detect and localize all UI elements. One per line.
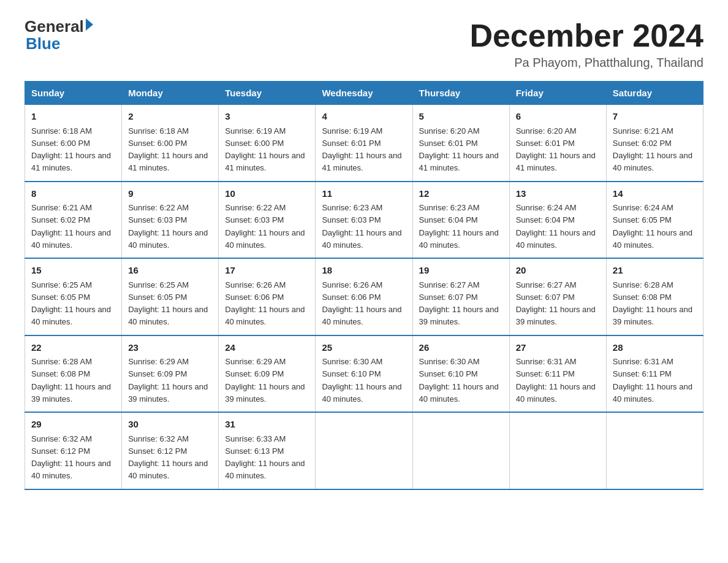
day-info: Sunrise: 6:22 AMSunset: 6:03 PMDaylight:… (128, 203, 208, 250)
header-tuesday: Tuesday (219, 82, 316, 105)
day-number: 27 (516, 341, 600, 355)
calendar-week-row: 1Sunrise: 6:18 AMSunset: 6:00 PMDaylight… (25, 105, 703, 182)
day-number: 3 (225, 110, 309, 124)
day-info: Sunrise: 6:22 AMSunset: 6:03 PMDaylight:… (225, 203, 305, 250)
calendar-cell: 29Sunrise: 6:32 AMSunset: 6:12 PMDayligh… (25, 412, 122, 489)
day-info: Sunrise: 6:23 AMSunset: 6:03 PMDaylight:… (322, 203, 401, 250)
day-info: Sunrise: 6:23 AMSunset: 6:04 PMDaylight:… (419, 203, 499, 250)
day-info: Sunrise: 6:25 AMSunset: 6:05 PMDaylight:… (31, 280, 111, 327)
day-number: 19 (419, 264, 503, 278)
day-number: 1 (31, 110, 115, 124)
day-info: Sunrise: 6:20 AMSunset: 6:01 PMDaylight:… (516, 126, 596, 173)
day-info: Sunrise: 6:30 AMSunset: 6:10 PMDaylight:… (322, 357, 401, 404)
calendar-cell: 4Sunrise: 6:19 AMSunset: 6:01 PMDaylight… (316, 105, 412, 182)
calendar-cell: 8Sunrise: 6:21 AMSunset: 6:02 PMDaylight… (25, 182, 122, 259)
day-info: Sunrise: 6:28 AMSunset: 6:08 PMDaylight:… (31, 357, 111, 404)
calendar-cell: 18Sunrise: 6:26 AMSunset: 6:06 PMDayligh… (316, 258, 412, 335)
calendar-cell: 16Sunrise: 6:25 AMSunset: 6:05 PMDayligh… (122, 258, 219, 335)
day-number: 22 (31, 341, 115, 355)
location-label: Pa Phayom, Phatthalung, Thailand (469, 56, 703, 70)
day-info: Sunrise: 6:18 AMSunset: 6:00 PMDaylight:… (31, 126, 111, 173)
day-number: 20 (516, 264, 600, 278)
day-info: Sunrise: 6:24 AMSunset: 6:05 PMDaylight:… (613, 203, 692, 250)
header-saturday: Saturday (606, 82, 703, 105)
calendar-cell (412, 412, 509, 489)
calendar-cell: 31Sunrise: 6:33 AMSunset: 6:13 PMDayligh… (219, 412, 316, 489)
day-info: Sunrise: 6:18 AMSunset: 6:00 PMDaylight:… (128, 126, 208, 173)
calendar-cell: 9Sunrise: 6:22 AMSunset: 6:03 PMDaylight… (122, 182, 219, 259)
day-number: 9 (128, 187, 212, 201)
day-info: Sunrise: 6:30 AMSunset: 6:10 PMDaylight:… (419, 357, 499, 404)
day-number: 28 (613, 341, 697, 355)
day-info: Sunrise: 6:31 AMSunset: 6:11 PMDaylight:… (516, 357, 596, 404)
day-number: 23 (128, 341, 212, 355)
month-title: December 2024 (469, 18, 703, 53)
day-info: Sunrise: 6:29 AMSunset: 6:09 PMDaylight:… (225, 357, 305, 404)
day-number: 5 (419, 110, 503, 124)
calendar-table: SundayMondayTuesdayWednesdayThursdayFrid… (25, 81, 703, 490)
day-number: 21 (613, 264, 697, 278)
calendar-cell (316, 412, 412, 489)
day-number: 13 (516, 187, 600, 201)
calendar-cell: 3Sunrise: 6:19 AMSunset: 6:00 PMDaylight… (219, 105, 316, 182)
day-number: 11 (322, 187, 406, 201)
day-info: Sunrise: 6:33 AMSunset: 6:13 PMDaylight:… (225, 434, 305, 481)
header-monday: Monday (122, 82, 219, 105)
calendar-week-row: 8Sunrise: 6:21 AMSunset: 6:02 PMDaylight… (25, 182, 703, 259)
calendar-cell: 7Sunrise: 6:21 AMSunset: 6:02 PMDaylight… (606, 105, 703, 182)
calendar-cell: 2Sunrise: 6:18 AMSunset: 6:00 PMDaylight… (122, 105, 219, 182)
day-number: 6 (516, 110, 600, 124)
header-wednesday: Wednesday (316, 82, 412, 105)
day-number: 12 (419, 187, 503, 201)
day-info: Sunrise: 6:28 AMSunset: 6:08 PMDaylight:… (613, 280, 692, 327)
day-number: 26 (419, 341, 503, 355)
calendar-cell: 1Sunrise: 6:18 AMSunset: 6:00 PMDaylight… (25, 105, 122, 182)
header-thursday: Thursday (412, 82, 509, 105)
day-info: Sunrise: 6:19 AMSunset: 6:00 PMDaylight:… (225, 126, 305, 173)
calendar-cell: 22Sunrise: 6:28 AMSunset: 6:08 PMDayligh… (25, 335, 122, 413)
day-number: 25 (322, 341, 406, 355)
calendar-cell: 25Sunrise: 6:30 AMSunset: 6:10 PMDayligh… (316, 335, 412, 413)
day-number: 7 (613, 110, 697, 124)
day-info: Sunrise: 6:31 AMSunset: 6:11 PMDaylight:… (613, 357, 692, 404)
calendar-cell: 17Sunrise: 6:26 AMSunset: 6:06 PMDayligh… (219, 258, 316, 335)
day-number: 2 (128, 110, 212, 124)
calendar-cell: 24Sunrise: 6:29 AMSunset: 6:09 PMDayligh… (219, 335, 316, 413)
calendar-cell: 5Sunrise: 6:20 AMSunset: 6:01 PMDaylight… (412, 105, 509, 182)
logo-arrow-icon (86, 18, 93, 31)
day-number: 15 (31, 264, 115, 278)
calendar-cell: 19Sunrise: 6:27 AMSunset: 6:07 PMDayligh… (412, 258, 509, 335)
header-friday: Friday (509, 82, 606, 105)
logo-text-general: General (25, 18, 84, 34)
day-info: Sunrise: 6:20 AMSunset: 6:01 PMDaylight:… (419, 126, 499, 173)
calendar-cell (509, 412, 606, 489)
calendar-cell: 12Sunrise: 6:23 AMSunset: 6:04 PMDayligh… (412, 182, 509, 259)
calendar-cell: 10Sunrise: 6:22 AMSunset: 6:03 PMDayligh… (219, 182, 316, 259)
day-info: Sunrise: 6:27 AMSunset: 6:07 PMDaylight:… (419, 280, 499, 327)
day-number: 31 (225, 418, 309, 432)
day-info: Sunrise: 6:26 AMSunset: 6:06 PMDaylight:… (225, 280, 305, 327)
day-number: 17 (225, 264, 309, 278)
calendar-cell: 6Sunrise: 6:20 AMSunset: 6:01 PMDaylight… (509, 105, 606, 182)
day-number: 8 (31, 187, 115, 201)
calendar-cell: 14Sunrise: 6:24 AMSunset: 6:05 PMDayligh… (606, 182, 703, 259)
calendar-cell: 26Sunrise: 6:30 AMSunset: 6:10 PMDayligh… (412, 335, 509, 413)
calendar-week-row: 15Sunrise: 6:25 AMSunset: 6:05 PMDayligh… (25, 258, 703, 335)
calendar-cell: 28Sunrise: 6:31 AMSunset: 6:11 PMDayligh… (606, 335, 703, 413)
calendar-cell: 13Sunrise: 6:24 AMSunset: 6:04 PMDayligh… (509, 182, 606, 259)
calendar-cell: 27Sunrise: 6:31 AMSunset: 6:11 PMDayligh… (509, 335, 606, 413)
day-info: Sunrise: 6:29 AMSunset: 6:09 PMDaylight:… (128, 357, 208, 404)
calendar-cell (606, 412, 703, 489)
day-number: 24 (225, 341, 309, 355)
calendar-cell: 21Sunrise: 6:28 AMSunset: 6:08 PMDayligh… (606, 258, 703, 335)
calendar-cell: 30Sunrise: 6:32 AMSunset: 6:12 PMDayligh… (122, 412, 219, 489)
day-info: Sunrise: 6:26 AMSunset: 6:06 PMDaylight:… (322, 280, 401, 327)
day-info: Sunrise: 6:19 AMSunset: 6:01 PMDaylight:… (322, 126, 401, 173)
calendar-header-row: SundayMondayTuesdayWednesdayThursdayFrid… (25, 82, 703, 105)
day-number: 10 (225, 187, 309, 201)
day-info: Sunrise: 6:32 AMSunset: 6:12 PMDaylight:… (31, 434, 111, 481)
page-header: General Blue December 2024 Pa Phayom, Ph… (25, 18, 703, 70)
calendar-cell: 15Sunrise: 6:25 AMSunset: 6:05 PMDayligh… (25, 258, 122, 335)
day-info: Sunrise: 6:32 AMSunset: 6:12 PMDaylight:… (128, 434, 208, 481)
header-sunday: Sunday (25, 82, 122, 105)
